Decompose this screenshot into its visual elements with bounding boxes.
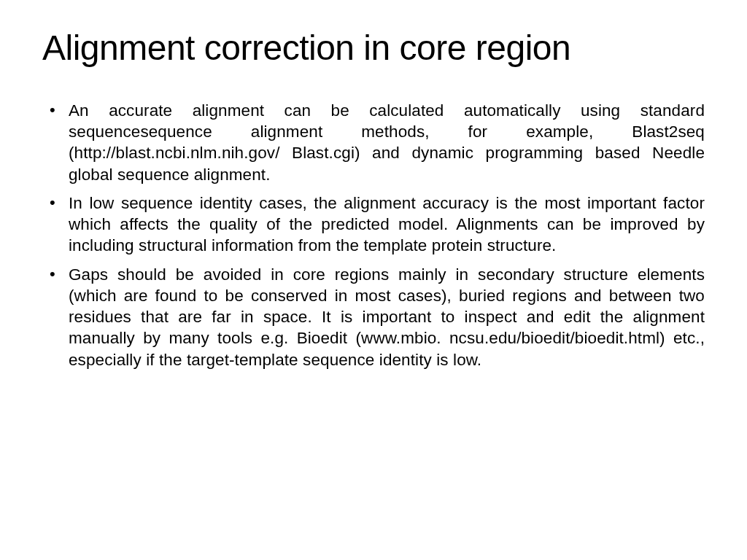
list-item: An accurate alignment can be calculated … bbox=[42, 100, 705, 185]
bullet-list: An accurate alignment can be calculated … bbox=[42, 100, 705, 370]
slide-title: Alignment correction in core region bbox=[42, 29, 705, 68]
list-item: Gaps should be avoided in core regions m… bbox=[42, 264, 705, 370]
list-item: In low sequence identity cases, the alig… bbox=[42, 192, 705, 257]
